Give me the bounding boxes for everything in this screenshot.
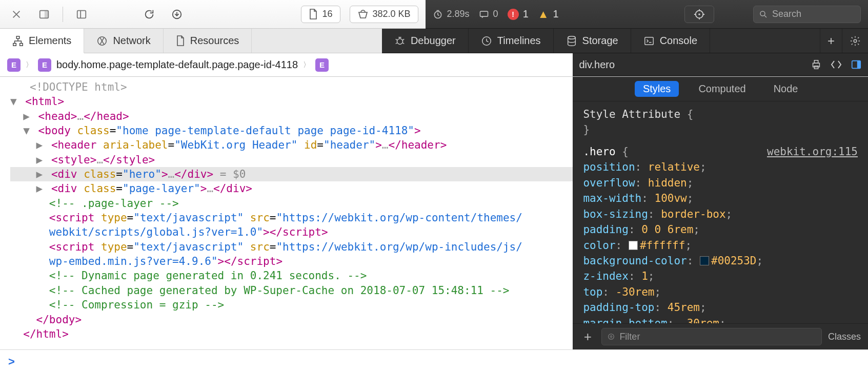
svg-point-9 <box>760 11 765 16</box>
svg-rect-20 <box>814 60 818 64</box>
styles-filter-input[interactable]: Filter <box>601 328 822 345</box>
download-button[interactable] <box>168 6 186 23</box>
svg-rect-12 <box>20 43 23 46</box>
svg-rect-10 <box>16 36 19 38</box>
print-styles-button[interactable] <box>811 59 822 70</box>
load-time[interactable]: 2.89s <box>433 9 470 19</box>
element-chip: E <box>315 58 329 72</box>
code-view-button[interactable] <box>830 59 842 70</box>
warning-icon: ▲ <box>538 8 549 21</box>
css-property[interactable]: top: -30rem; <box>583 284 858 300</box>
css-property[interactable]: margin-bottom: -30rem; <box>583 316 858 323</box>
panel-tabs: Elements Network Resources Debugger Time… <box>0 29 868 53</box>
svg-point-14 <box>397 38 402 44</box>
new-tab-button[interactable]: + <box>820 29 842 53</box>
element-picker-button[interactable] <box>684 6 714 23</box>
css-property[interactable]: padding: 0 0 6rem; <box>583 222 858 237</box>
css-rules[interactable]: Style Attribute { } .hero { webkit.org:1… <box>573 101 868 323</box>
css-property[interactable]: position: relative; <box>583 159 858 175</box>
element-chip: E <box>7 58 21 72</box>
styles-panel: Styles Computed Node Style Attribute { }… <box>573 77 868 349</box>
tab-debugger[interactable]: Debugger <box>382 29 469 53</box>
css-property[interactable]: padding-top: 45rem; <box>583 300 858 315</box>
tab-network[interactable]: Network <box>84 29 163 53</box>
panel-toggle-button[interactable] <box>72 6 91 23</box>
svg-rect-21 <box>814 66 818 69</box>
subtab-computed[interactable]: Computed <box>690 81 754 97</box>
document-count-pill[interactable]: 16 <box>301 6 340 23</box>
page-size-pill[interactable]: 382.0 KB <box>350 6 418 23</box>
sidebar-toggle-button[interactable] <box>851 59 862 70</box>
console-prompt-bar[interactable]: > <box>0 349 868 373</box>
breadcrumb-dark: div.hero <box>573 53 868 76</box>
svg-point-8 <box>698 13 700 15</box>
styles-filter-bar: + Filter Classes <box>573 323 868 349</box>
css-property[interactable]: overflow: hidden; <box>583 175 858 191</box>
element-chip: E <box>38 58 51 72</box>
dom-tree[interactable]: <!DOCTYPE html> ▼ <html> ▶ <head>…</head… <box>0 77 573 349</box>
messages-count[interactable]: 0 <box>479 9 498 19</box>
settings-button[interactable] <box>842 29 868 53</box>
svg-rect-11 <box>13 43 16 46</box>
main-content: <!DOCTYPE html> ▼ <html> ▶ <head>…</head… <box>0 77 868 349</box>
toolbar-light: 16 382.0 KB <box>0 0 426 29</box>
page-size: 382.0 KB <box>373 9 411 19</box>
breadcrumb-path[interactable]: E 〉 E body.home.page-template-default.pa… <box>0 53 573 76</box>
network-icon <box>96 35 108 47</box>
styles-subtabs: Styles Computed Node <box>573 77 868 101</box>
css-property[interactable]: z-index: 1; <box>583 268 858 284</box>
svg-rect-6 <box>480 11 488 16</box>
prompt-caret-icon: > <box>8 355 15 368</box>
warnings-badge[interactable]: ▲ 1 <box>538 8 559 21</box>
subtab-node[interactable]: Node <box>765 81 806 97</box>
svg-rect-23 <box>857 61 860 69</box>
database-icon <box>566 35 577 47</box>
subtab-styles[interactable]: Styles <box>635 81 679 97</box>
document-count: 16 <box>322 9 332 19</box>
breadcrumb-bar: E 〉 E body.home.page-template-default.pa… <box>0 53 868 77</box>
css-property[interactable]: max-width: 100vw; <box>583 191 858 206</box>
tab-timelines[interactable]: Timelines <box>469 29 554 53</box>
errors-badge[interactable]: ! 1 <box>508 8 529 20</box>
close-button[interactable] <box>7 6 26 23</box>
console-icon <box>643 35 655 47</box>
search-input[interactable]: Search <box>753 6 861 23</box>
document-icon <box>176 35 185 47</box>
dock-side-button[interactable] <box>35 6 53 23</box>
error-icon: ! <box>508 9 519 20</box>
hierarchy-icon <box>12 35 24 47</box>
css-property[interactable]: color: #ffffff; <box>583 238 858 253</box>
svg-point-18 <box>854 39 857 43</box>
toolbar: 16 382.0 KB 2.89s 0 ! 1 ▲ 1 Sea <box>0 0 868 29</box>
clock-icon <box>481 35 492 47</box>
classes-toggle[interactable]: Classes <box>828 331 861 342</box>
search-icon <box>759 10 768 19</box>
css-property[interactable]: background-color: #00253D; <box>583 253 858 268</box>
reload-button[interactable] <box>140 6 158 23</box>
tab-console[interactable]: Console <box>631 29 710 53</box>
css-property[interactable]: box-sizing: border-box; <box>583 206 858 222</box>
gear-icon <box>850 35 861 47</box>
selected-node: div.hero <box>579 59 615 71</box>
svg-point-16 <box>568 36 575 39</box>
selected-dom-node: ▶ <div class="hero">…</div> = $0 <box>10 167 573 181</box>
filter-icon <box>607 333 615 341</box>
toolbar-dark: 2.89s 0 ! 1 ▲ 1 Search <box>426 0 868 29</box>
bug-icon <box>394 35 406 47</box>
tab-resources[interactable]: Resources <box>164 29 252 53</box>
tab-storage[interactable]: Storage <box>554 29 631 53</box>
svg-rect-1 <box>45 10 48 18</box>
rule-source-link[interactable]: webkit.org:115 <box>767 144 858 159</box>
svg-rect-17 <box>644 37 653 45</box>
tab-elements[interactable]: Elements <box>0 29 84 53</box>
svg-rect-2 <box>77 10 86 18</box>
new-rule-button[interactable]: + <box>580 329 595 345</box>
